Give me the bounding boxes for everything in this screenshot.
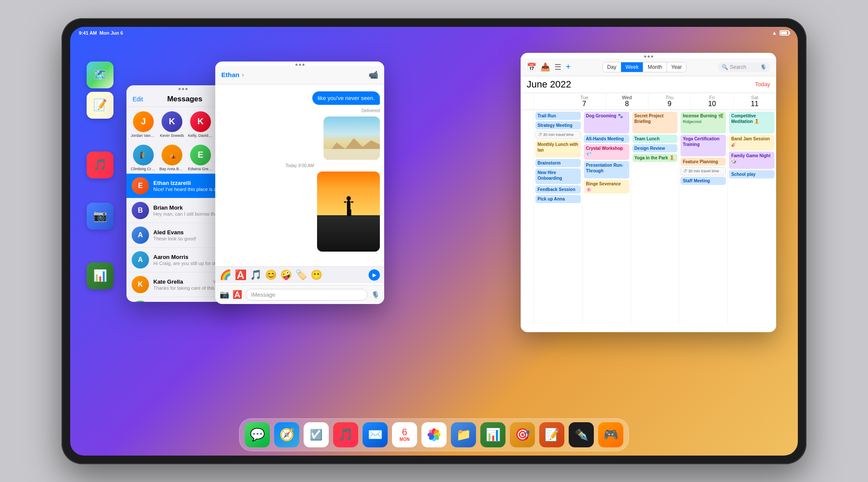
cal-event-incense[interactable]: Incense Burning 🌿Ridgecrest <box>680 112 726 133</box>
cal-event-allhands[interactable]: All-Hands Meeting <box>584 135 629 143</box>
contact-name-kevin: Kevin Sneeds <box>159 133 185 138</box>
cal-event-travel1[interactable]: ⏱ 30 min travel time <box>535 131 581 139</box>
battery-icon <box>780 30 789 36</box>
cal-list-icon[interactable]: ☰ <box>554 62 561 72</box>
conv-video-button[interactable]: 📹 <box>369 70 378 80</box>
conv-message-sent: like you've never seen. <box>220 91 380 105</box>
dock-mail[interactable]: ✉️ <box>363 422 388 447</box>
sidebar-app-maps[interactable]: 🗺️ <box>87 61 113 88</box>
cal-event-secret-project[interactable]: Secret Project Briefing <box>632 112 678 133</box>
svg-rect-4 <box>349 209 351 216</box>
dock-keynote[interactable]: 🎯 <box>510 422 535 447</box>
dock-files[interactable]: 📁 <box>451 422 476 447</box>
cal-event-trail-run[interactable]: Trail Run <box>535 112 581 120</box>
dock-photos[interactable] <box>421 422 447 447</box>
cal-event-binge[interactable]: Binge Severance 🌸 <box>584 180 629 194</box>
cal-day-col-thu9: Secret Project Briefing Team Lunch Desig… <box>631 110 680 325</box>
cal-event-competitive-meditation[interactable]: Competitive Meditation 🧘 <box>729 112 774 133</box>
contact-kevin[interactable]: K Kevin Sneeds <box>159 111 185 138</box>
emoji-more[interactable]: 😶 <box>311 269 322 281</box>
conv-input-field[interactable]: iMessage <box>246 289 368 301</box>
cal-today-button[interactable]: Today <box>755 81 770 87</box>
cal-event-strategy[interactable]: Strategy Meeting <box>535 121 581 129</box>
sidebar-app-numbers[interactable]: 📊 <box>87 262 113 289</box>
dock-pencil[interactable]: ✒️ <box>569 422 594 447</box>
emoji-face2[interactable]: 🤪 <box>280 269 292 281</box>
dock-messages[interactable]: 💬 <box>245 422 270 447</box>
emoji-face1[interactable]: 😊 <box>265 269 277 281</box>
cal-day-col-sat11: Competitive Meditation 🧘 Band Jam Sessio… <box>728 110 776 325</box>
cal-event-team-lunch[interactable]: Team Lunch <box>632 135 678 143</box>
cal-search-icon: 🔍 <box>722 64 728 70</box>
contact-climbing[interactable]: 🧗 Climbing Crew <box>131 145 156 171</box>
conv-photo-portrait <box>220 171 380 252</box>
cal-day-label-fri: Fri <box>709 95 715 100</box>
dock-music[interactable]: 🎵 <box>333 422 358 447</box>
dock-pages[interactable]: 📝 <box>539 422 564 447</box>
contact-name-climbing: Climbing Crew <box>131 167 156 171</box>
cal-event-yoga-park[interactable]: Yoga in the Park 🧘 <box>632 154 678 162</box>
cal-view-year[interactable]: Year <box>667 62 686 72</box>
cal-view-month[interactable]: Month <box>643 62 667 72</box>
contact-kelly[interactable]: K Kelly, David &... <box>188 111 213 138</box>
cal-event-newhire[interactable]: New Hire Onboarding <box>535 168 581 184</box>
cal-event-brainstorm[interactable]: Brainstorm <box>535 159 581 167</box>
conv-contact-info[interactable]: Ethan › <box>221 71 244 78</box>
cal-add-button[interactable]: + <box>566 62 571 72</box>
conv-contact-name: Ethan <box>221 71 240 78</box>
dock-arcade[interactable]: 🎮 <box>598 422 623 447</box>
sidebar-app-music[interactable]: 🎵 <box>87 152 113 178</box>
cal-event-dog-grooming[interactable]: Dog Grooming 🐾 <box>584 112 629 133</box>
sidebar-app-notes[interactable]: 📝 <box>87 92 113 119</box>
dock-numbers[interactable]: 📊 <box>480 422 505 447</box>
sidebar-app-photos2[interactable]: 📷 <box>87 203 113 230</box>
emoji-send-button[interactable]: ▶ <box>369 269 380 281</box>
cal-event-presentation[interactable]: Presentation Run-Through <box>584 161 629 178</box>
dock-calendar[interactable]: 6 MON <box>392 422 417 447</box>
cal-inbox-icon[interactable]: 📥 <box>541 62 550 72</box>
conv-camera-icon[interactable]: 📷 <box>220 290 229 299</box>
emoji-bar: 🌈 🅰️ 🎵 😊 🤪 🏷️ 😶 ▶ <box>215 266 384 283</box>
dock-reminders[interactable]: ☑️ <box>304 422 329 447</box>
cal-event-design-review[interactable]: Design Review <box>632 144 678 152</box>
emoji-sticker[interactable]: 🏷️ <box>295 269 307 281</box>
cal-event-feedback[interactable]: Feedback Session <box>535 185 581 194</box>
cal-event-monthly-lunch[interactable]: Monthly Lunch with Ian <box>535 140 581 158</box>
contact-jordan[interactable]: J Jordan Vandhals <box>131 111 156 138</box>
cal-event-family-game[interactable]: Family Game Night 🎲 <box>729 152 774 169</box>
cal-event-school-play[interactable]: School play <box>729 170 774 178</box>
emoji-music-app[interactable]: 🎵 <box>250 269 262 281</box>
cal-event-feature-planning[interactable]: Feature Planning <box>680 158 726 166</box>
cal-calendar-icon[interactable]: 📅 <box>527 62 536 72</box>
contact-edwina[interactable]: E Edwina Greena... <box>188 145 213 171</box>
cal-event-pickup-anna[interactable]: Pick up Anna <box>535 195 581 203</box>
conv-mic-icon[interactable]: 🎙️ <box>371 291 380 299</box>
cal-event-staff-meeting[interactable]: Staff Meeting <box>680 177 726 185</box>
conv-appstore-icon[interactable]: 🅰️ <box>233 290 242 299</box>
cal-view-week[interactable]: Week <box>621 62 643 72</box>
cal-mic-icon[interactable]: 🎙️ <box>760 64 767 70</box>
cal-event-travel2[interactable]: ⏱ 30 min travel time <box>680 167 726 176</box>
cal-day-header-placeholder <box>521 93 534 110</box>
cal-search-box[interactable]: 🔍 Search 🎙️ <box>718 62 770 72</box>
contact-bayarea[interactable]: ⛺ Bay Area Budd... <box>159 145 185 171</box>
cal-event-crystal[interactable]: Crystal Workshop 💎 <box>584 144 629 160</box>
cal-day-num-10: 10 <box>694 100 729 108</box>
cal-dots-menu[interactable] <box>521 53 776 58</box>
emoji-memoji[interactable]: 🌈 <box>220 269 231 281</box>
cal-view-day[interactable]: Day <box>603 62 621 72</box>
messages-edit-button[interactable]: Edit <box>133 96 143 103</box>
cal-event-yoga-cert[interactable]: Yoga Certification Training <box>680 135 726 156</box>
svg-rect-5 <box>344 201 347 203</box>
cal-day-header-tue7: Tue 7 <box>563 93 606 110</box>
dock-safari[interactable]: 🧭 <box>274 422 299 447</box>
dock-music-icon: 🎵 <box>338 427 353 442</box>
conv-timestamp: Today 9:00 AM <box>220 163 380 168</box>
emoji-appstore[interactable]: 🅰️ <box>235 269 246 281</box>
conv-dots-menu[interactable] <box>215 61 384 66</box>
msg-bubble-sent: like you've never seen. <box>312 91 380 105</box>
conv-input-placeholder: iMessage <box>251 291 275 298</box>
cal-event-band-jam[interactable]: Band Jam Session 🎸 <box>729 135 774 150</box>
dock-files-icon: 📁 <box>456 427 471 442</box>
cal-day-header-wed8: Wed 8 <box>606 93 648 110</box>
